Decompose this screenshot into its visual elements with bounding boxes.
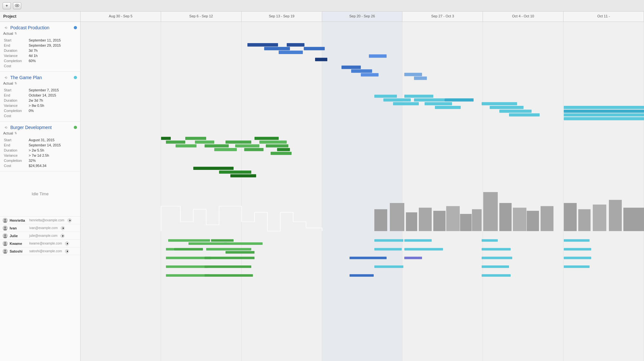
podcast-bar-3 — [279, 51, 303, 54]
kwame-bar-cyan1 — [374, 265, 403, 268]
podcast-bar-9 — [361, 73, 379, 77]
podcast-start-value: September 11, 2015 — [29, 38, 76, 42]
svg-point-4 — [4, 227, 6, 228]
view-button[interactable] — [13, 2, 21, 9]
podcast-duration-row: Duration 3d 7h — [4, 48, 76, 53]
gameplan-bar-15 — [564, 113, 644, 116]
satoshi-avatar — [3, 249, 8, 254]
ivan-bar-3 — [206, 248, 251, 251]
burger-title[interactable]: Burger Development — [10, 125, 52, 130]
idle-gray-2 — [390, 203, 404, 231]
burger-title-row: ⟲ Burger Development — [3, 125, 77, 130]
henrietta-bar-cyan3 — [482, 239, 498, 242]
julie-avatar — [3, 233, 8, 238]
burger-info-table: StartAugust 31, 2015 EndSeptember 14, 20… — [3, 137, 77, 169]
svg-point-3 — [4, 221, 7, 223]
svg-point-5 — [4, 229, 7, 230]
burger-sort-icon[interactable]: ⇅ — [14, 132, 17, 135]
henrietta-email: henrietta@example.com — [29, 218, 64, 222]
resource-row-ivan: Ivan ivan@example.com ◑ — [0, 224, 80, 232]
resource-row-satoshi: Satoshi satoshi@example.com ◑ — [0, 247, 80, 255]
podcast-title[interactable]: Podcast Production — [10, 25, 49, 30]
kwame-indicator: ◑ — [65, 242, 69, 245]
podcast-bar-12 — [414, 77, 427, 80]
idle-gray-8 — [472, 209, 482, 231]
podcast-variance-value: 4d 1h — [29, 53, 76, 58]
burger-bar-7 — [214, 148, 237, 151]
svg-point-1 — [16, 5, 18, 6]
podcast-info-table: Start September 11, 2015 End September 2… — [3, 37, 77, 69]
henrietta-bar-1 — [168, 239, 210, 242]
satoshi-bar-2 — [205, 274, 253, 277]
burger-bar-15 — [277, 148, 290, 151]
kwame-avatar — [3, 241, 8, 246]
satoshi-name: Satoshi — [10, 249, 27, 253]
gameplan-bar-4 — [404, 95, 433, 98]
podcast-bar-11 — [404, 73, 422, 76]
gameplan-title[interactable]: The Game Plan — [10, 75, 42, 80]
podcast-completion-row: Completion 60% — [4, 59, 76, 63]
project-row-gameplan: ⟲ The Game Plan Actual ⇅ StartSeptember … — [0, 72, 80, 122]
satoshi-indicator: ◑ — [65, 249, 69, 253]
gameplan-bar-7 — [435, 106, 461, 109]
idle-gray-12 — [527, 211, 539, 231]
podcast-title-row: ⟲ Podcast Production — [3, 25, 77, 30]
podcast-icon: ⟲ — [3, 25, 8, 30]
project-row-podcast: ⟲ Podcast Production Actual ⇅ Start Sept… — [0, 22, 80, 72]
gameplan-bar-5 — [414, 98, 445, 102]
add-icon: + — [5, 3, 8, 8]
burger-actual-row: Actual ⇅ — [3, 131, 77, 135]
podcast-variance-label: Variance — [4, 53, 28, 58]
gameplan-bar-12 — [509, 113, 540, 116]
ivan-avatar — [3, 226, 8, 231]
podcast-end-value: September 29, 2015 — [29, 43, 76, 48]
resource-row-julie: Julie julie@example.com ◑ — [0, 232, 80, 240]
week-header-6: Oct 11 - — [563, 12, 644, 22]
gameplan-bar-1 — [374, 95, 397, 98]
gameplan-bar-2 — [383, 98, 411, 102]
podcast-start-row: Start September 11, 2015 — [4, 38, 76, 42]
burger-icon: ⟲ — [3, 125, 8, 130]
henrietta-indicator: ◑ — [68, 218, 72, 222]
week-header-2: Sep 13 - Sep 19 — [242, 12, 322, 22]
ivan-bar-1 — [166, 248, 174, 251]
add-button[interactable]: + — [3, 2, 11, 9]
podcast-bar-2 — [264, 47, 290, 51]
burger-bar-6 — [205, 144, 229, 147]
project-column-header: Project — [0, 12, 81, 22]
idle-gray-7 — [460, 214, 472, 231]
kwame-bar-2 — [205, 265, 251, 268]
idle-gray-13 — [541, 206, 553, 231]
ivan-bar-cyan1 — [374, 248, 402, 251]
idle-gray-9 — [483, 192, 498, 231]
podcast-sort-icon[interactable]: ⇅ — [14, 32, 17, 35]
gameplan-info-table: StartSeptember 7, 2015 EndOctober 14, 20… — [3, 87, 77, 119]
burger-actual-label: Actual — [3, 131, 13, 135]
idle-gray-18 — [623, 208, 644, 231]
svg-point-11 — [4, 252, 7, 254]
gantt-header: Project Aug 30 - Sep 5 Sep 6 - Sep 12 Se… — [0, 12, 644, 22]
burger-bar-9 — [235, 144, 259, 147]
idle-gray-6 — [446, 206, 460, 231]
week-header-1: Sep 6 - Sep 12 — [161, 12, 242, 22]
henrietta-bar-cyan4 — [564, 239, 590, 242]
svg-point-9 — [4, 244, 7, 246]
burger-bar-17 — [219, 171, 251, 174]
gameplan-title-row: ⟲ The Game Plan — [3, 75, 77, 80]
satoshi-email: satoshi@example.com — [29, 249, 62, 253]
burger-bar-14 — [271, 152, 292, 155]
podcast-bar-1 — [247, 43, 278, 47]
podcast-bar-4 — [287, 43, 304, 47]
gameplan-sort-icon[interactable]: ⇅ — [14, 82, 17, 85]
gameplan-bar-9 — [482, 102, 517, 105]
toolbar: + — [0, 0, 644, 12]
julie-bar-1 — [166, 257, 211, 259]
idle-gray-11 — [513, 208, 526, 231]
kwame-bar-cyan3 — [564, 265, 590, 268]
gameplan-bar-14 — [564, 110, 644, 113]
kwame-email: kwame@example.com — [29, 242, 62, 245]
idle-time-label: Idle Time — [32, 191, 49, 196]
burger-bar-16 — [193, 167, 234, 170]
burger-bar-3 — [176, 144, 197, 147]
svg-point-10 — [4, 250, 6, 252]
